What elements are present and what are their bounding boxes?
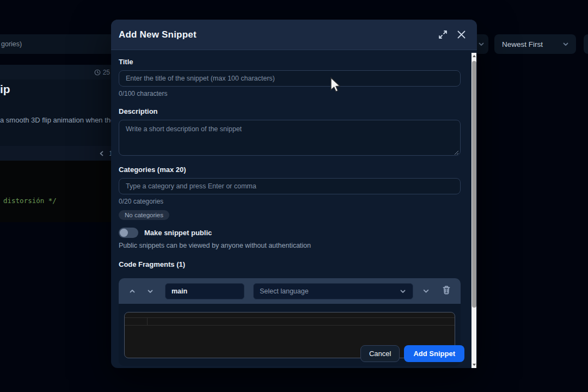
editor-line-row [125, 318, 455, 326]
description-label: Description [119, 107, 461, 115]
public-toggle-help: Public snippets can be viewed by anyone … [119, 242, 461, 249]
description-textarea[interactable] [119, 120, 461, 156]
toggle-knob [120, 229, 128, 237]
scrollbar-thumb[interactable] [472, 61, 476, 308]
snippet-card-panel [0, 79, 111, 146]
collapse-fragment-button[interactable] [420, 285, 432, 297]
resize-handle-icon[interactable] [454, 150, 459, 155]
add-snippet-button[interactable]: Add Snippet [404, 345, 464, 362]
category-filter-label: gories) [0, 40, 22, 48]
modal-title: Add New Snippet [119, 29, 429, 40]
chevron-left-icon[interactable] [99, 151, 105, 156]
cancel-button[interactable]: Cancel [360, 345, 400, 362]
modal-scrollbar[interactable] [471, 53, 476, 368]
snippet-card-title: ip [0, 83, 10, 96]
categories-input[interactable] [119, 178, 461, 194]
sort-dropdown[interactable]: Newest First [494, 34, 576, 54]
fragment-pager-bar[interactable]: 1 [0, 146, 111, 161]
no-categories-badge: No categories [119, 210, 169, 220]
chevron-down-icon [562, 40, 569, 48]
language-select[interactable]: Select language [253, 283, 413, 299]
modal-footer: Cancel Add Snippet [360, 345, 464, 362]
scrollbar-up-arrow[interactable] [471, 53, 476, 59]
expand-icon[interactable] [438, 30, 448, 40]
public-toggle[interactable] [119, 228, 138, 238]
move-fragment-down-button[interactable] [144, 285, 156, 297]
title-counter: 0/100 characters [119, 90, 461, 97]
fragment-toolbar: Select language [119, 278, 461, 304]
language-select-placeholder: Select language [260, 287, 399, 295]
title-input[interactable] [119, 70, 461, 87]
title-label: Title [119, 58, 461, 66]
scrollbar-down-arrow[interactable] [471, 362, 476, 368]
modal-body: Title 0/100 characters Description Categ… [111, 58, 477, 366]
delete-fragment-button[interactable] [442, 285, 451, 297]
move-fragment-up-button[interactable] [126, 285, 138, 297]
snippet-age: 25 [103, 69, 110, 76]
snippet-meta-bar: 25 [0, 65, 111, 79]
trash-icon [442, 285, 451, 295]
code-preview-panel: distorsión */ [0, 161, 111, 222]
public-toggle-label: Make snippet public [144, 229, 212, 237]
category-filter-bar[interactable]: gories) [0, 34, 111, 54]
fragment-name-input[interactable] [165, 283, 244, 299]
close-icon[interactable] [456, 30, 466, 40]
sort-dropdown-value: Newest First [502, 40, 562, 48]
chevron-down-icon [477, 40, 485, 48]
chevron-down-icon [399, 287, 407, 295]
toolbar-button-partial[interactable] [584, 34, 588, 54]
filter-dropdown-partial[interactable] [477, 34, 488, 54]
categories-label: Categories (max 20) [119, 166, 461, 174]
editor-gutter [125, 318, 148, 325]
code-preview-line: distorsión */ [3, 197, 57, 205]
snippet-card-description: a smooth 3D flip animation when the [0, 116, 114, 124]
add-snippet-modal: Add New Snippet Title 0/100 characters D… [111, 20, 477, 368]
clock-icon [94, 69, 101, 76]
categories-counter: 0/20 categories [119, 198, 461, 205]
editor-top-strip [125, 313, 455, 318]
fragments-label: Code Fragments (1) [119, 260, 461, 268]
modal-header: Add New Snippet [111, 20, 477, 50]
